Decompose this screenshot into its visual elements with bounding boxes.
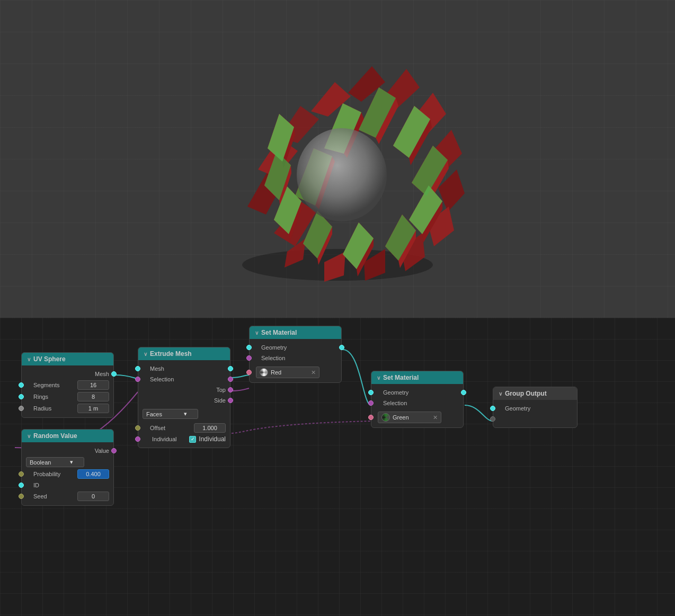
- mesh-output-socket[interactable]: [111, 371, 117, 377]
- individual-checkbox[interactable]: [189, 436, 196, 443]
- segments-socket[interactable]: [19, 382, 24, 388]
- sm1-material-row: Red ✕: [254, 365, 337, 379]
- sm2-geo-in-socket[interactable]: [368, 390, 374, 395]
- dropdown-chevron: ▾: [70, 459, 73, 466]
- top-label: Top: [216, 387, 226, 393]
- go-extra-row: [498, 414, 573, 424]
- mesh-in-socket[interactable]: [135, 366, 140, 371]
- sm2-material-field[interactable]: Green ✕: [378, 412, 441, 423]
- seed-socket[interactable]: [19, 494, 24, 499]
- side-out-row: Side: [143, 395, 226, 406]
- 3d-object-container: [0, 0, 675, 318]
- set-material-2-body: Geometry Selection Green ✕: [371, 384, 463, 427]
- collapse-icon[interactable]: ∨: [27, 356, 31, 362]
- top-out-row: Top: [143, 385, 226, 395]
- set-material-1-header: ∨ Set Material: [250, 326, 341, 339]
- sm2-geo-out-socket[interactable]: [461, 390, 466, 395]
- sm2-mat-close[interactable]: ✕: [433, 414, 438, 421]
- selection-in-row: Selection: [143, 374, 226, 385]
- sm1-mat-close[interactable]: ✕: [311, 369, 316, 376]
- radius-row: Radius: [26, 403, 109, 414]
- radius-value[interactable]: [77, 404, 109, 413]
- value-label: Value: [95, 448, 109, 454]
- sm1-sel-socket[interactable]: [246, 355, 252, 361]
- seed-row: Seed: [26, 490, 109, 502]
- rings-value[interactable]: [77, 392, 109, 401]
- rings-socket[interactable]: [19, 394, 24, 399]
- random-value-node: ∨ Random Value Value Boolean ▾ Probabili…: [21, 429, 114, 506]
- extrude-mesh-header: ∨ Extrude Mesh: [138, 347, 230, 360]
- random-value-header: ∨ Random Value: [22, 430, 113, 442]
- mesh-in-row: Mesh: [143, 363, 226, 374]
- type-dropdown[interactable]: Boolean ▾: [26, 457, 84, 467]
- collapse-icon-rv[interactable]: ∨: [27, 433, 31, 439]
- selection-in-label: Selection: [143, 376, 174, 382]
- side-out-socket[interactable]: [228, 398, 233, 403]
- probability-socket[interactable]: [19, 471, 24, 477]
- rings-label: Rings: [26, 394, 48, 400]
- collapse-icon-em[interactable]: ∨: [144, 351, 147, 357]
- go-geo-label: Geometry: [498, 405, 530, 412]
- uv-sphere-body: Mesh Segments Rings Radius: [22, 365, 113, 417]
- selection-in-socket[interactable]: [135, 377, 140, 382]
- probability-value[interactable]: [77, 469, 109, 479]
- value-output-socket[interactable]: [111, 448, 117, 453]
- selection-out-socket[interactable]: [228, 377, 233, 382]
- probability-row: Probability: [26, 468, 109, 480]
- radius-socket[interactable]: [19, 406, 24, 411]
- sm2-mat-icon: [381, 413, 390, 422]
- faces-dropdown[interactable]: Faces ▾: [143, 409, 198, 419]
- id-socket[interactable]: [19, 483, 24, 488]
- individual-text: Individual: [199, 435, 226, 443]
- segments-value[interactable]: [77, 380, 109, 390]
- sm1-mat-socket[interactable]: [246, 370, 252, 375]
- go-geo-socket[interactable]: [490, 406, 495, 411]
- sm1-geo-in-label: Geometry: [254, 344, 287, 351]
- uv-sphere-node: ∨ UV Sphere Mesh Segments Rings Radius: [21, 352, 114, 418]
- node-editor: ∨ UV Sphere Mesh Segments Rings Radius: [0, 318, 675, 616]
- go-extra-socket[interactable]: [490, 416, 495, 422]
- probability-label: Probability: [26, 471, 60, 477]
- collapse-icon-sm1[interactable]: ∨: [255, 330, 259, 336]
- offset-socket[interactable]: [135, 425, 140, 431]
- extrude-mesh-body: Mesh Selection Top Side Faces ▾: [138, 360, 230, 448]
- sm2-geo-in-label: Geometry: [376, 389, 408, 396]
- sm2-selection-row: Selection: [376, 398, 459, 408]
- collapse-icon-go[interactable]: ∨: [499, 391, 502, 397]
- segments-row: Segments: [26, 379, 109, 391]
- offset-value[interactable]: [194, 423, 226, 433]
- group-output-body: Geometry: [493, 400, 577, 427]
- viewport-3d[interactable]: [0, 0, 675, 318]
- mesh-row: Mesh: [26, 369, 109, 379]
- svg-point-52: [297, 128, 387, 221]
- uv-sphere-title: UV Sphere: [33, 355, 66, 363]
- set-material-2-node: ∨ Set Material Geometry Selection Green …: [371, 371, 464, 428]
- sm2-material-row: Green ✕: [376, 410, 459, 424]
- sm1-geo-in-socket[interactable]: [246, 345, 252, 350]
- side-label: Side: [214, 397, 226, 404]
- go-geometry-row: Geometry: [498, 403, 573, 414]
- individual-label: Individual: [145, 436, 176, 442]
- top-out-socket[interactable]: [228, 387, 233, 392]
- set-material-1-body: Geometry Selection Red ✕: [250, 339, 341, 382]
- extrude-mesh-title: Extrude Mesh: [150, 350, 192, 358]
- extrude-mesh-node: ∨ Extrude Mesh Mesh Selection Top Side: [138, 347, 230, 448]
- collapse-icon-sm2[interactable]: ∨: [377, 375, 380, 381]
- set-material-1-title: Set Material: [261, 329, 297, 336]
- random-value-body: Value Boolean ▾ Probability ID Seed: [22, 442, 113, 505]
- segments-label: Segments: [26, 382, 60, 388]
- set-material-1-node: ∨ Set Material Geometry Selection Red ✕: [249, 326, 342, 383]
- sm2-mat-socket[interactable]: [368, 415, 374, 420]
- sm1-material-field[interactable]: Red ✕: [256, 367, 319, 378]
- sm1-selection-row: Selection: [254, 353, 337, 363]
- mesh-in-label: Mesh: [143, 365, 164, 372]
- sm2-geometry-row: Geometry: [376, 387, 459, 398]
- mesh-out-socket[interactable]: [228, 366, 233, 371]
- individual-row: Individual Individual: [143, 434, 226, 444]
- sm1-mat-icon: [260, 368, 268, 377]
- sm2-sel-label: Selection: [376, 400, 407, 406]
- sm2-sel-socket[interactable]: [368, 400, 374, 406]
- seed-value[interactable]: [77, 492, 109, 501]
- sm1-geo-out-socket[interactable]: [339, 345, 344, 350]
- individual-socket[interactable]: [135, 436, 140, 442]
